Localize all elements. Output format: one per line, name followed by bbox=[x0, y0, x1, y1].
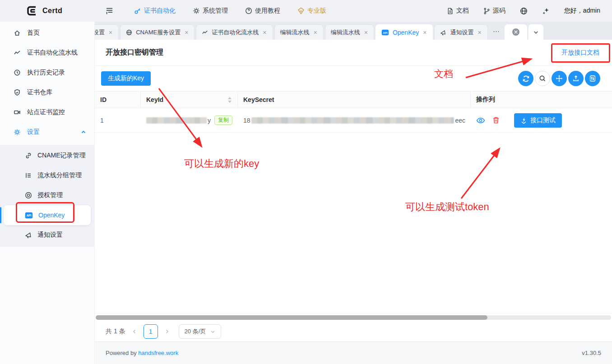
menu-collapse-icon[interactable] bbox=[106, 7, 113, 15]
secret-visible-suffix: eec bbox=[455, 117, 465, 124]
table-row: 1 y 复制 18 eec bbox=[95, 108, 612, 133]
sort-icon[interactable] bbox=[227, 97, 232, 103]
nav-label: 使用教程 bbox=[255, 7, 280, 15]
tab-notification-settings[interactable]: 通知设置 × bbox=[434, 24, 487, 40]
generate-key-label: 生成新的Key bbox=[108, 74, 144, 83]
open-api-doc-link[interactable]: 开放接口文档 bbox=[561, 49, 599, 57]
table-tools bbox=[518, 71, 606, 86]
copy-button[interactable]: 复制 bbox=[214, 115, 232, 125]
shield-check-icon bbox=[14, 89, 21, 96]
tab-settings-partial[interactable]: 统设置 × bbox=[95, 24, 119, 40]
sidebar-item-history[interactable]: 执行历史记录 bbox=[0, 63, 94, 83]
column-header-keyid[interactable]: KeyId bbox=[141, 92, 238, 108]
title-bar: 开放接口密钥管理 开放接口文档 bbox=[95, 40, 612, 66]
tab-edit-pipeline-1[interactable]: 编辑流水线 × bbox=[274, 24, 324, 40]
chevron-left-icon bbox=[132, 329, 137, 334]
delete-button[interactable] bbox=[492, 116, 500, 124]
sidebar-item-home[interactable]: 首页 bbox=[0, 23, 94, 43]
close-icon[interactable]: × bbox=[422, 29, 427, 36]
sidebar-item-site-monitor[interactable]: 站点证书监控 bbox=[0, 102, 94, 122]
compact-toggle-button[interactable] bbox=[552, 71, 567, 86]
page-size-value: 20 条/页 bbox=[185, 327, 206, 336]
page-size-select[interactable]: 20 条/页 bbox=[179, 324, 222, 339]
megaphone-icon bbox=[440, 29, 446, 36]
scrollbar-track[interactable] bbox=[96, 315, 611, 320]
tab-more-button[interactable]: ⋯ bbox=[493, 28, 500, 36]
column-header-id[interactable]: ID bbox=[95, 92, 141, 108]
sidebar-subitem-openkey[interactable]: API OpenKey bbox=[4, 205, 91, 225]
close-all-tabs-button[interactable] bbox=[505, 24, 527, 40]
pagination: 共 1 条 1 20 条/页 bbox=[95, 322, 612, 341]
sidebar-item-pipelines[interactable]: 证书自动化流水线 bbox=[0, 43, 94, 63]
nav-label: 专业版 bbox=[307, 7, 326, 15]
tab-edit-pipeline-2[interactable]: 编辑流水线 × bbox=[325, 24, 374, 40]
refresh-icon bbox=[522, 75, 530, 83]
sidebar-subitem-label: CNAME记录管理 bbox=[37, 152, 86, 160]
scrollbar-thumb[interactable] bbox=[96, 315, 487, 320]
close-icon[interactable]: × bbox=[184, 29, 189, 36]
certd-logo-icon bbox=[26, 5, 38, 17]
close-icon[interactable]: × bbox=[108, 29, 113, 36]
refresh-button[interactable] bbox=[518, 71, 533, 86]
brand[interactable]: Certd bbox=[0, 5, 95, 17]
tab-openkey[interactable]: API OpenKey × bbox=[376, 24, 433, 40]
svg-text:API: API bbox=[27, 214, 32, 217]
docs-link-label: 文档 bbox=[456, 7, 469, 15]
arrows-expand-icon bbox=[556, 75, 563, 82]
user-greeting[interactable]: 您好，admin bbox=[564, 7, 600, 15]
tab-cert-pipelines[interactable]: 证书自动化流水线 × bbox=[196, 24, 273, 40]
handsfree-link[interactable]: handsfree.work bbox=[138, 350, 178, 356]
theme-sparkle-icon[interactable] bbox=[542, 7, 550, 15]
trash-icon bbox=[492, 116, 500, 124]
tab-label: 证书自动化流水线 bbox=[212, 28, 259, 37]
close-icon[interactable]: × bbox=[477, 29, 482, 36]
top-nav: 证书自动化 系统管理 使用教程 专业版 bbox=[134, 7, 326, 15]
page-number-button[interactable]: 1 bbox=[144, 324, 158, 339]
tab-cname-service[interactable]: CNAME服务设置 × bbox=[120, 24, 195, 40]
export-button[interactable] bbox=[568, 71, 584, 86]
key-icon bbox=[134, 7, 141, 14]
sidebar-subitem-authorization[interactable]: 授权管理 bbox=[0, 185, 94, 205]
docs-link[interactable]: 文档 bbox=[447, 7, 469, 15]
nav-tutorial[interactable]: 使用教程 bbox=[245, 7, 280, 15]
eye-icon bbox=[476, 117, 485, 124]
sidebar-item-label: 站点证书监控 bbox=[27, 108, 65, 116]
nav-pro-version[interactable]: 专业版 bbox=[297, 7, 326, 15]
close-icon[interactable]: × bbox=[364, 29, 368, 36]
close-icon[interactable]: × bbox=[262, 29, 267, 36]
nav-cert-automation[interactable]: 证书自动化 bbox=[134, 7, 176, 15]
brand-name: Certd bbox=[42, 7, 62, 15]
secret-visible-prefix: 18 bbox=[243, 117, 250, 124]
tab-dropdown-button[interactable] bbox=[528, 24, 543, 40]
nav-system-management[interactable]: 系统管理 bbox=[193, 7, 228, 15]
column-header-keysecret[interactable]: KeySecret bbox=[238, 92, 471, 108]
svg-text:API: API bbox=[383, 31, 387, 34]
next-page-button[interactable] bbox=[164, 329, 170, 334]
toolbar: 生成新的Key bbox=[95, 66, 612, 91]
redacted-keysecret bbox=[251, 117, 454, 124]
prev-page-button[interactable] bbox=[132, 329, 137, 334]
cell-id: 1 bbox=[95, 108, 141, 132]
sidebar-subitem-cname-records[interactable]: CNAME记录管理 bbox=[0, 146, 94, 166]
generate-key-button[interactable]: 生成新的Key bbox=[101, 71, 151, 86]
api-test-button[interactable]: 接口测试 bbox=[514, 113, 562, 128]
sidebar-subitem-pipeline-groups[interactable]: 流水线分组管理 bbox=[0, 166, 94, 185]
cell-operations: 接口测试 bbox=[471, 108, 612, 132]
api-test-label: 接口测试 bbox=[530, 116, 556, 124]
api-icon: API bbox=[381, 29, 389, 36]
sidebar-item-label: 设置 bbox=[27, 128, 40, 136]
page-footer: Powered by handsfree.work v1.30.5 bbox=[95, 341, 612, 364]
chart-line-icon bbox=[202, 29, 208, 36]
language-globe-icon[interactable] bbox=[520, 7, 528, 15]
sidebar-subitem-notifications[interactable]: 通知设置 bbox=[0, 225, 94, 245]
chevron-down-icon bbox=[210, 329, 215, 334]
source-code-link[interactable]: 源码 bbox=[483, 7, 505, 15]
search-button[interactable] bbox=[535, 71, 550, 86]
close-icon[interactable]: × bbox=[313, 29, 318, 36]
main-area: 统设置 × CNAME服务设置 × 证书自动化流水线 × 编辑流水线 × bbox=[95, 22, 612, 364]
sidebar-item-settings[interactable]: 设置 bbox=[0, 122, 94, 142]
view-button[interactable] bbox=[476, 117, 485, 124]
column-settings-button[interactable] bbox=[585, 71, 600, 86]
sidebar-item-cert-repo[interactable]: 证书仓库 bbox=[0, 83, 94, 102]
git-branch-icon bbox=[483, 8, 490, 14]
